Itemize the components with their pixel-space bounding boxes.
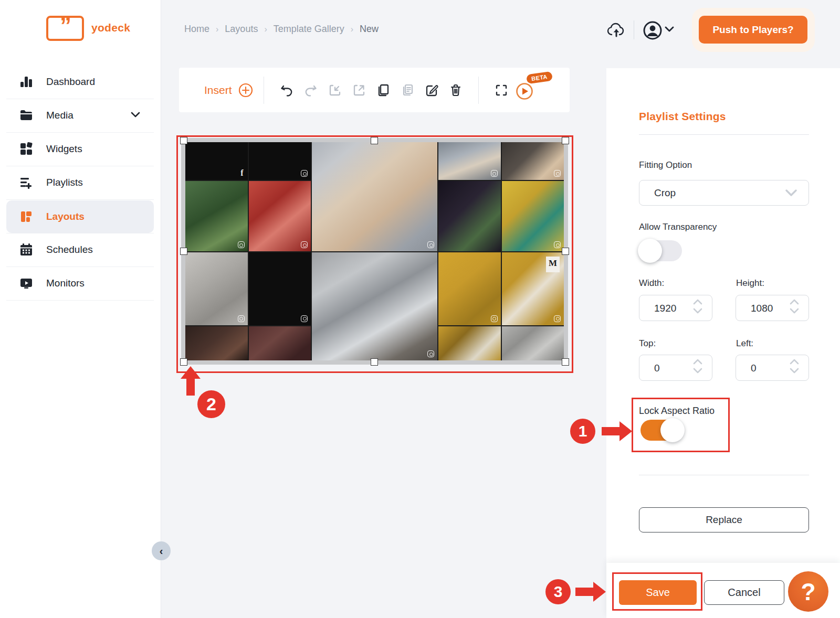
sidebar: ” yodeck Dashboard Media Widgets (0, 0, 161, 618)
annotation-rect-lock-aspect (632, 398, 730, 452)
height-input[interactable]: 1080 (736, 295, 809, 321)
sidebar-item-label: Schedules (46, 244, 93, 255)
duplicate-icon[interactable] (371, 78, 395, 102)
sidebar-item-label: Widgets (46, 143, 82, 155)
breadcrumb-item-template-gallery[interactable]: Template Gallery (274, 24, 344, 35)
yodeck-layout-editor: ” yodeck Dashboard Media Widgets (0, 0, 840, 618)
breadcrumb-item-new: New (360, 24, 379, 35)
annotation-arrow-up-icon (181, 366, 201, 396)
copy-icon[interactable] (395, 78, 419, 102)
fitting-option-label: Fitting Option (639, 160, 692, 171)
fitting-option-select[interactable]: Crop (639, 180, 809, 206)
height-label: Height: (736, 278, 764, 289)
collage-tile: f (185, 142, 248, 180)
left-label: Left: (736, 338, 753, 349)
top-value: 0 (654, 363, 660, 374)
sidebar-separator (6, 300, 154, 301)
insert-button[interactable]: Insert (204, 83, 253, 98)
sidebar-item-widgets[interactable]: Widgets (6, 133, 154, 165)
resize-handle-top-right[interactable] (562, 137, 569, 144)
collage-tile (249, 326, 311, 360)
chevron-down-icon (131, 112, 140, 118)
sidebar-item-label: Monitors (46, 278, 85, 289)
left-value: 0 (751, 363, 757, 374)
resize-handle-middle-right[interactable] (562, 248, 569, 255)
allow-transparency-toggle[interactable] (639, 240, 682, 261)
edit-icon[interactable] (419, 78, 444, 102)
left-input[interactable]: 0 (736, 355, 809, 381)
sidebar-item-schedules[interactable]: Schedules (6, 233, 154, 266)
sidebar-collapse-button[interactable]: ‹ (152, 541, 171, 560)
selected-playlist-region[interactable]: fM (181, 138, 568, 365)
cloud-upload-icon[interactable] (607, 22, 626, 38)
breadcrumb-separator-icon: › (351, 25, 353, 34)
top-stepper[interactable] (693, 359, 702, 374)
resize-handle-middle-left[interactable] (180, 248, 187, 255)
chevron-down-icon[interactable] (665, 26, 674, 33)
redo-icon[interactable] (299, 78, 323, 102)
annotation-arrow-right-icon (602, 421, 632, 441)
height-value: 1080 (751, 303, 773, 314)
allow-transparency-label: Allow Transparency (639, 222, 717, 232)
folder-icon (19, 108, 34, 123)
toolbar-divider (264, 77, 264, 104)
width-stepper[interactable] (693, 299, 702, 314)
breadcrumb-item-home[interactable]: Home (184, 24, 209, 35)
import-icon[interactable] (323, 78, 347, 102)
breadcrumb-item-layouts[interactable]: Layouts (225, 24, 258, 35)
collage-tile (502, 326, 564, 360)
instagram-icon (554, 315, 561, 322)
undo-icon[interactable] (275, 78, 299, 102)
plus-circle-icon (238, 83, 253, 98)
calendar-icon (19, 242, 34, 257)
widgets-icon (19, 142, 34, 156)
width-input[interactable]: 1920 (639, 295, 712, 321)
sidebar-item-dashboard[interactable]: Dashboard (6, 66, 154, 98)
left-stepper[interactable] (790, 359, 799, 374)
instagram-icon (427, 350, 434, 357)
user-avatar-icon[interactable] (643, 20, 663, 40)
instagram-icon (238, 241, 245, 248)
header-divider (634, 20, 634, 39)
insert-label: Insert (204, 84, 232, 97)
instagram-icon (491, 315, 498, 322)
resize-handle-top-center[interactable] (371, 137, 378, 144)
collage-tile (249, 142, 311, 180)
height-stepper[interactable] (790, 299, 799, 314)
panel-title: Playlist Settings (639, 110, 726, 123)
annotation-rect-save (612, 572, 702, 611)
collage-tile: M (502, 252, 564, 325)
annotation-step-2: 2 (197, 390, 225, 418)
collage-tile (185, 326, 248, 360)
sidebar-item-monitors[interactable]: Monitors (6, 267, 154, 300)
fitting-option-value: Crop (654, 187, 676, 199)
push-to-players-button[interactable]: Push to Players? (699, 16, 807, 44)
instagram-icon (238, 315, 245, 322)
annotation-step-1: 1 (570, 419, 595, 444)
help-button[interactable]: ? (788, 571, 828, 612)
replace-button[interactable]: Replace (639, 507, 809, 532)
export-icon[interactable] (347, 78, 371, 102)
annotation-step-3: 3 (545, 579, 571, 604)
editor-toolbar: Insert (179, 68, 570, 112)
instagram-icon (301, 315, 308, 322)
resize-handle-bottom-right[interactable] (562, 358, 569, 366)
collage-tile (438, 181, 501, 251)
top-input[interactable]: 0 (639, 355, 712, 381)
cancel-button[interactable]: Cancel (704, 580, 784, 605)
annotation-arrow-right-icon (575, 582, 606, 602)
sidebar-item-layouts[interactable]: Layouts (6, 200, 154, 233)
resize-handle-top-left[interactable] (180, 137, 187, 144)
preview-play-icon[interactable]: BETA (516, 78, 545, 102)
sidebar-item-playlists[interactable]: Playlists (6, 166, 154, 199)
collage-tile (185, 252, 248, 325)
sidebar-item-media[interactable]: Media (6, 99, 154, 132)
trash-icon[interactable] (444, 78, 468, 102)
logo-quotes-glyph: ” (60, 20, 70, 36)
resize-handle-bottom-center[interactable] (371, 358, 378, 366)
resize-handle-bottom-left[interactable] (180, 358, 187, 366)
sidebar-item-label: Layouts (46, 211, 85, 222)
breadcrumb-separator-icon: › (216, 25, 218, 34)
fullscreen-icon[interactable] (489, 78, 513, 102)
layouts-icon (19, 209, 34, 224)
